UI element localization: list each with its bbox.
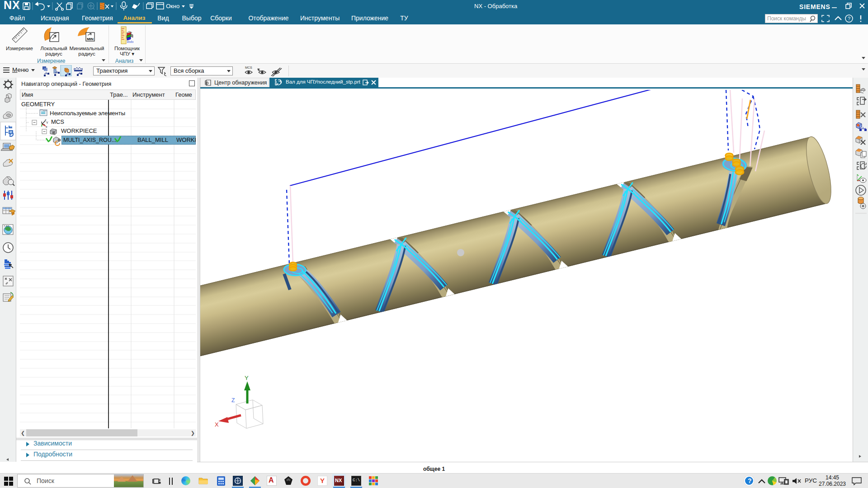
svg-text:?: ?	[848, 16, 850, 21]
svg-text:Окно: Окно	[166, 3, 179, 9]
svg-text:WORKP: WORKP	[176, 136, 196, 143]
svg-text:X: X	[215, 421, 219, 428]
svg-text:MULTI_AXIS_ROU...: MULTI_AXIS_ROU...	[63, 137, 116, 143]
svg-text:MCS: MCS	[51, 118, 64, 125]
svg-text:WORKPIECE: WORKPIECE	[61, 127, 97, 134]
svg-text:MIN: MIN	[87, 37, 94, 41]
svg-text:Y: Y	[46, 121, 48, 124]
svg-text:Y: Y	[245, 375, 249, 381]
svg-text:x: x	[46, 125, 47, 128]
svg-text:MCS: MCS	[245, 66, 252, 69]
svg-text:BALL_MILL: BALL_MILL	[137, 136, 168, 143]
svg-text:Z: Z	[231, 397, 235, 404]
svg-text:Неиспользуемые элементы: Неиспользуемые элементы	[50, 110, 125, 117]
